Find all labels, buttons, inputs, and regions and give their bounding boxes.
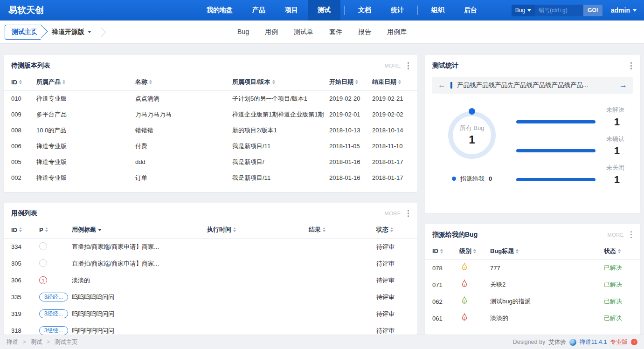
chevron-down-icon bbox=[88, 31, 91, 33]
breadcrumb-test-home[interactable]: 测试主页 bbox=[55, 339, 78, 345]
col-bug-title[interactable]: Bug标题 bbox=[490, 247, 604, 255]
panel-title: 待测版本列表 bbox=[11, 62, 50, 70]
nav-item-my[interactable]: 我的地盘 bbox=[197, 0, 242, 21]
search-input[interactable] bbox=[535, 5, 583, 16]
col-case-title[interactable]: 用例标题 bbox=[72, 226, 207, 234]
product-switcher-label: 禅道开源版 bbox=[52, 28, 84, 36]
table-row[interactable]: 062 5 测试bug的指派 已解决 bbox=[425, 293, 640, 310]
col-id[interactable]: ID bbox=[11, 226, 39, 233]
col-end-date[interactable]: 结束日期 bbox=[372, 78, 410, 86]
sort-icon bbox=[323, 227, 325, 232]
breadcrumb: 禅道 > 测试 > 测试主页 bbox=[7, 338, 78, 346]
status-badge: 待评审 bbox=[376, 276, 410, 285]
top-navbar: 易软天创 我的地盘 产品 项目 测试 文档 统计 组织 后台 Bug GO! a… bbox=[0, 0, 644, 21]
nav-item-org[interactable]: 组织 bbox=[422, 0, 454, 21]
sort-icon bbox=[398, 80, 401, 84]
table-row[interactable]: 061 1 淡淡的 已解决 bbox=[425, 310, 640, 327]
table-row[interactable]: 071 1 关联2 已解决 bbox=[425, 276, 640, 293]
table-row[interactable]: 306 1 淡淡的 待评审 bbox=[4, 272, 417, 289]
my-bugs-table: ID 级别 Bug标题 状态 078 3 777 已解决 071 1 关联2 已… bbox=[425, 243, 640, 327]
priority-empty-circle bbox=[39, 242, 47, 250]
kebab-menu-icon[interactable] bbox=[407, 61, 410, 70]
designed-by-text: Designed by bbox=[513, 339, 546, 345]
status-badge: 待评审 bbox=[376, 310, 410, 318]
col-product[interactable]: 所属产品 bbox=[36, 78, 135, 86]
table-row[interactable]: 00810.0的产品错错错新的项目2/版本12018-10-132018-10-… bbox=[4, 123, 417, 138]
product-switcher[interactable]: 禅道开源版 bbox=[49, 28, 91, 36]
module-pill: 3经经... bbox=[39, 293, 68, 301]
tab-caselib[interactable]: 用例库 bbox=[387, 28, 407, 36]
bug-donut-chart: 所有 Bug 1 bbox=[448, 111, 496, 159]
nav-item-project[interactable]: 项目 bbox=[275, 0, 308, 21]
sort-icon bbox=[390, 227, 393, 232]
nav-item-report[interactable]: 统计 bbox=[381, 0, 414, 21]
module-pill: 3经经... bbox=[39, 326, 68, 335]
version-link[interactable]: 禅道11.4.1 bbox=[580, 338, 607, 346]
breadcrumb-zentao[interactable]: 禅道 bbox=[7, 339, 18, 345]
col-start-date[interactable]: 开始日期 bbox=[329, 78, 372, 86]
nav-item-admin[interactable]: 后台 bbox=[454, 0, 487, 21]
tab-report[interactable]: 报告 bbox=[358, 28, 371, 36]
table-row[interactable]: 002禅道专业版订单我是新项目/112018-01-162018-01-17 bbox=[4, 170, 417, 186]
col-exec-time[interactable]: 执行时间 bbox=[207, 226, 309, 234]
nav-item-test[interactable]: 测试 bbox=[308, 0, 340, 21]
kebab-menu-icon[interactable] bbox=[630, 61, 633, 70]
col-project[interactable]: 所属项目/版本 bbox=[232, 78, 329, 86]
user-menu[interactable]: admin bbox=[611, 7, 637, 14]
col-result[interactable]: 结果 bbox=[309, 226, 376, 234]
col-id[interactable]: ID bbox=[432, 247, 459, 254]
col-severity[interactable]: 级别 bbox=[459, 247, 490, 255]
main-menu: 我的地盘 产品 项目 测试 文档 统计 组织 后台 bbox=[197, 0, 487, 21]
quick-search: Bug GO! bbox=[512, 5, 602, 16]
breadcrumb-test[interactable]: 测试 bbox=[30, 339, 42, 345]
status-badge: 已解决 bbox=[604, 297, 633, 306]
next-arrow-icon[interactable]: → bbox=[619, 81, 627, 89]
table-row[interactable]: 006禅道专业版付费我是新项目/112018-11-052018-11-10 bbox=[4, 138, 417, 154]
nav-item-doc[interactable]: 文档 bbox=[348, 0, 381, 21]
more-link[interactable]: MORE bbox=[608, 232, 624, 238]
table-row[interactable]: 335 3经经... 呜呜呜呜呜问问 待评审 bbox=[4, 289, 417, 306]
table-row[interactable]: 334 直播拍/商家端/商家申请】商家... 待评审 bbox=[4, 239, 417, 255]
tab-bug[interactable]: Bug bbox=[237, 28, 249, 36]
versions-panel-header: 待测版本列表 MORE bbox=[4, 55, 417, 74]
table-row[interactable]: 005禅道专业版ddd我是新项目/2018-01-162018-01-17 bbox=[4, 154, 417, 170]
page-tab-test-home[interactable]: 测试主页 bbox=[5, 25, 41, 40]
nav-item-product[interactable]: 产品 bbox=[242, 0, 275, 21]
col-id[interactable]: ID bbox=[11, 79, 36, 86]
priority-badge: 1 bbox=[39, 276, 47, 284]
table-row[interactable]: 319 3经经... 呜呜呜呜呜问问 待评审 bbox=[4, 306, 417, 322]
more-link[interactable]: MORE bbox=[385, 63, 401, 68]
col-priority[interactable]: P bbox=[39, 226, 72, 233]
kebab-menu-icon[interactable] bbox=[407, 209, 410, 218]
designer-link[interactable]: 艾体验 bbox=[548, 338, 566, 346]
col-status[interactable]: 状态 bbox=[604, 247, 633, 255]
app-logo[interactable]: 易软天创 bbox=[0, 0, 52, 21]
navbar-right: Bug GO! admin bbox=[512, 0, 644, 21]
search-module-select[interactable]: Bug bbox=[512, 5, 535, 16]
tab-case[interactable]: 用例 bbox=[265, 28, 278, 36]
table-row[interactable]: 078 3 777 已解决 bbox=[425, 260, 640, 276]
bar bbox=[516, 149, 596, 152]
bar-unconfirmed: 未确认 1 bbox=[516, 135, 633, 157]
prev-arrow-icon[interactable]: ← bbox=[438, 81, 446, 89]
product-marker bbox=[450, 82, 452, 89]
col-name[interactable]: 名称 bbox=[135, 78, 232, 86]
severity-flame-icon: 1 bbox=[459, 313, 470, 323]
table-row[interactable]: 010禅道专业版点点滴滴子计划5的另一个项目/版本12019-02-202019… bbox=[4, 91, 417, 107]
edition-label[interactable]: 专业版 bbox=[610, 338, 628, 346]
carousel-product-name[interactable]: 产品线产品线产品先产品线产品线产品线产品... bbox=[457, 81, 588, 89]
tab-suite[interactable]: 套件 bbox=[329, 28, 342, 36]
col-status[interactable]: 状态 bbox=[376, 226, 410, 234]
tab-testtask[interactable]: 测试单 bbox=[294, 28, 313, 36]
more-link[interactable]: MORE bbox=[385, 211, 401, 216]
table-row[interactable]: 318 3经经... 呜呜呜呜呜问问 待评审 bbox=[4, 322, 417, 335]
kebab-menu-icon[interactable] bbox=[630, 230, 633, 240]
upgrade-icon[interactable]: ↑ bbox=[631, 339, 637, 345]
table-row[interactable]: 305 直播拍/商家端/商家申请】商家... 待评审 bbox=[4, 255, 417, 272]
product-carousel: ← 产品线产品线产品先产品线产品线产品线产品... → bbox=[432, 77, 633, 94]
table-row[interactable]: 009多平台产品万马万马万马禅道企业版第1期禅道企业版第1期2019-02-01… bbox=[4, 107, 417, 123]
sort-icon bbox=[272, 80, 275, 84]
go-button[interactable]: GO! bbox=[583, 5, 602, 16]
sort-icon bbox=[516, 249, 519, 253]
my-bugs-panel: 指派给我的Bug MORE ID 级别 Bug标题 状态 078 3 777 已 bbox=[425, 224, 640, 335]
